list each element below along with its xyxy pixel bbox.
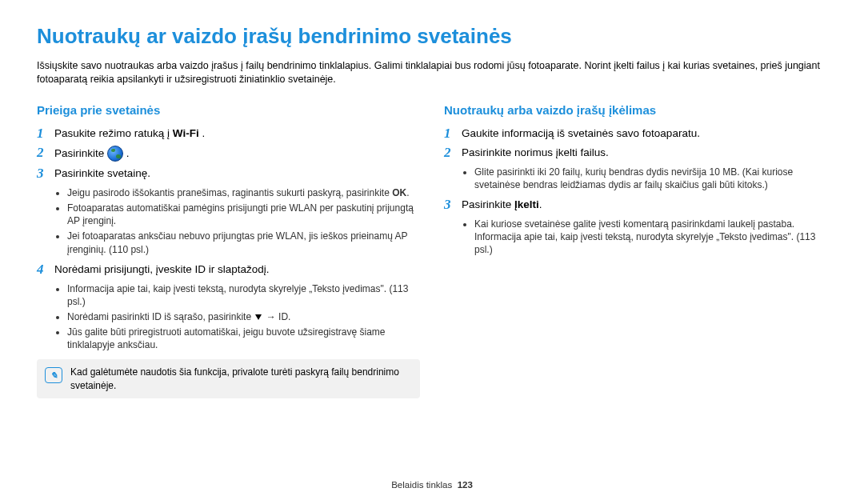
right-step-1: 1 Gaukite informaciją iš svetainės savo … [444,126,827,142]
list-item: Jūs galite būti priregistruoti automatiš… [67,326,420,351]
list-item: Kai kuriose svetainėse galite įvesti kom… [474,218,827,257]
right-step-2-sub: Glite pasirinkti iki 20 failų, kurių ben… [444,166,827,191]
text: → ID. [263,311,290,322]
note-icon: ✎ [45,367,62,383]
right-step-3-sub: Kai kuriose svetainėse galite įvesti kom… [444,218,827,257]
text: Pasukite režimo ratuką į [54,127,173,139]
list-item: Norėdami pasirinkti ID iš sąrašo, pasiri… [67,310,420,323]
left-step-3: 3 Pasirinkite svetainę. [37,166,420,182]
right-column: Nuotraukų arba vaizdo įrašų įkėlimas 1 G… [444,103,827,398]
step-text: Gaukite informaciją iš svetainės savo fo… [462,126,827,141]
step-text: Norėdami prisijungti, įveskite ID ir sla… [54,262,420,277]
step-number: 3 [37,166,54,182]
step-number: 1 [444,126,462,142]
step-text: Pasukite režimo ratuką į Wi-Fi . [54,126,420,141]
text: . [199,127,206,139]
list-item: Glite pasirinkti iki 20 failų, kurių ben… [474,166,827,191]
right-heading: Nuotraukų arba vaizdo įrašų įkėlimas [444,103,827,117]
step-number: 2 [444,146,462,161]
note-text: Kad galėtumėte naudotis šia funkcija, pr… [70,366,412,391]
text: Norėdami pasirinkti ID iš sąrašo, pasiri… [67,311,254,322]
step-number: 4 [37,262,54,278]
note-box: ✎ Kad galėtumėte naudotis šia funkcija, … [37,359,420,398]
ok-label: OK [392,187,406,198]
page-title: Nuotraukų ar vaizdo įrašų bendrinimo sve… [37,24,827,49]
step-number: 3 [444,198,462,213]
right-step-3: 3 Pasirinkite Įkelti. [444,198,827,213]
step-text: Pasirinkite norimus įkelti failus. [462,146,827,160]
text: . [406,187,409,198]
step-text: Pasirinkite Įkelti. [462,198,827,212]
right-step-2: 2 Pasirinkite norimus įkelti failus. [444,146,827,161]
left-step-3-sub: Jeigu pasirodo iššokantis pranešimas, ra… [37,186,420,256]
left-step-1: 1 Pasukite režimo ratuką į Wi-Fi . [37,126,420,142]
list-item: Jei fotoaparatas anksčiau nebuvo prijung… [67,230,420,255]
footer-page: 123 [458,480,473,490]
text: . [539,198,542,210]
content-columns: Prieiga prie svetainės 1 Pasukite režimo… [37,103,827,398]
page-footer: Belaidis tinklas 123 [0,480,864,490]
footer-section: Belaidis tinklas [391,480,452,490]
list-item: Jeigu pasirodo iššokantis pranešimas, ra… [67,186,420,199]
text: Pasirinkite [54,147,107,159]
left-heading: Prieiga prie svetainės [37,103,420,117]
wifi-label: Wi-Fi [173,127,199,139]
left-step-4: 4 Norėdami prisijungti, įveskite ID ir s… [37,262,420,278]
step-number: 2 [37,146,54,161]
upload-label: Įkelti [514,198,539,210]
step-number: 1 [37,126,54,142]
left-column: Prieiga prie svetainės 1 Pasukite režimo… [37,103,420,398]
text: . [123,147,130,159]
list-item: Fotoaparatas automatiškai pamėgins prisi… [67,202,420,227]
globe-icon [107,146,123,162]
left-step-2: 2 Pasirinkite . [37,146,420,162]
text: Jeigu pasirodo iššokantis pranešimas, ra… [67,187,392,198]
list-item: Informacija apie tai, kaip įvesti tekstą… [67,282,420,308]
step-text: Pasirinkite . [54,146,420,162]
intro-text: Išsiųskite savo nuotraukas arba vaizdo į… [37,59,827,87]
chevron-down-icon [255,314,262,320]
text: Pasirinkite [462,198,514,210]
step-text: Pasirinkite svetainę. [54,166,420,181]
left-step-4-sub: Informacija apie tai, kaip įvesti tekstą… [37,282,420,352]
